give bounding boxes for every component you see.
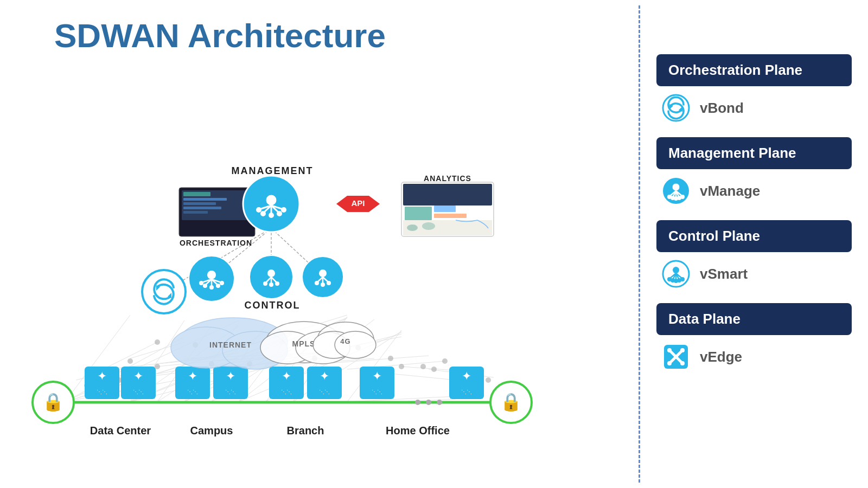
svg-point-161 <box>203 284 207 288</box>
svg-point-62 <box>420 364 426 369</box>
vbond-item: vBond <box>656 92 852 124</box>
vbond-label: vBond <box>700 100 744 117</box>
management-plane-header: Management Plane <box>656 137 852 169</box>
svg-text:⋱⋱: ⋱⋱ <box>225 389 236 395</box>
svg-point-172 <box>269 282 273 287</box>
vsmart-item: vSmart <box>656 258 852 290</box>
svg-text:Campus: Campus <box>190 425 233 436</box>
svg-text:INTERNET: INTERNET <box>209 341 252 349</box>
svg-text:✦: ✦ <box>226 369 235 383</box>
svg-text:✦: ✦ <box>372 369 382 383</box>
svg-text:✦: ✦ <box>282 369 291 383</box>
management-plane-section: Management Plane vManage <box>656 137 852 210</box>
svg-point-219 <box>667 361 672 365</box>
svg-point-182 <box>142 270 186 313</box>
svg-rect-133 <box>434 206 456 212</box>
svg-text:⋱⋱: ⋱⋱ <box>133 389 144 395</box>
svg-point-218 <box>680 348 685 352</box>
svg-point-180 <box>321 282 325 287</box>
svg-point-97 <box>437 400 442 405</box>
svg-text:4G: 4G <box>340 337 350 345</box>
vbond-icon <box>662 94 690 122</box>
svg-point-155 <box>207 271 216 279</box>
svg-point-153 <box>281 207 286 213</box>
svg-text:⋱⋱: ⋱⋱ <box>281 389 292 395</box>
svg-text:Data Center: Data Center <box>90 425 151 436</box>
svg-point-49 <box>127 358 133 364</box>
svg-point-164 <box>199 281 203 285</box>
page-title: SDWAN Architecture <box>54 16 617 55</box>
svg-point-63 <box>442 358 448 364</box>
vedge-item: vEdge <box>656 341 852 373</box>
vmanage-item: vManage <box>656 175 852 207</box>
svg-point-175 <box>319 269 327 277</box>
svg-text:⋱⋱: ⋱⋱ <box>187 389 198 395</box>
svg-text:✦: ✦ <box>188 369 197 383</box>
svg-point-220 <box>680 361 685 365</box>
svg-rect-124 <box>183 192 210 196</box>
data-plane-header: Data Plane <box>656 303 852 335</box>
svg-point-213 <box>680 277 685 281</box>
svg-text:MPLS: MPLS <box>292 339 316 348</box>
svg-text:⋱⋱: ⋱⋱ <box>97 389 107 395</box>
svg-text:CONTROL: CONTROL <box>245 300 301 311</box>
svg-text:✦: ✦ <box>320 369 329 383</box>
control-plane-section: Control Plane vSmart <box>656 220 852 293</box>
svg-point-50 <box>155 364 160 369</box>
svg-point-181 <box>327 281 331 285</box>
svg-rect-131 <box>403 184 492 206</box>
svg-point-61 <box>388 356 393 361</box>
svg-text:✦: ✦ <box>462 369 471 383</box>
svg-point-163 <box>216 284 220 288</box>
svg-point-162 <box>209 285 214 290</box>
svg-point-191 <box>672 183 680 191</box>
control-plane-header: Control Plane <box>656 220 852 252</box>
svg-point-173 <box>275 281 279 286</box>
right-panel: Orchestration Plane vBond Management Pla… <box>640 0 868 488</box>
svg-rect-134 <box>434 214 467 218</box>
svg-rect-127 <box>183 207 221 209</box>
svg-text:✦: ✦ <box>97 369 107 383</box>
data-plane-section: Data Plane vEdge <box>656 303 852 376</box>
svg-point-221 <box>674 355 678 359</box>
svg-text:⋱⋱: ⋱⋱ <box>319 389 330 395</box>
svg-point-171 <box>263 281 267 286</box>
svg-point-143 <box>266 195 277 206</box>
svg-point-65 <box>486 377 491 383</box>
svg-rect-132 <box>405 207 432 220</box>
svg-point-187 <box>663 95 689 121</box>
svg-text:⋱⋱: ⋱⋱ <box>372 389 382 395</box>
vedge-label: vEdge <box>700 349 742 365</box>
vedge-icon <box>662 343 690 371</box>
svg-point-165 <box>220 281 224 285</box>
vmanage-label: vManage <box>700 183 760 200</box>
svg-rect-125 <box>183 198 227 201</box>
diagram-area: 🔒 🔒 ✦ ⋱⋱ ✦ ⋱⋱ ✦ ⋱⋱ <box>22 66 521 467</box>
svg-point-136 <box>407 224 418 231</box>
svg-point-151 <box>277 211 282 216</box>
svg-point-95 <box>415 400 420 405</box>
svg-point-152 <box>256 207 261 213</box>
svg-point-217 <box>667 348 672 352</box>
vmanage-icon <box>662 177 690 205</box>
svg-point-55 <box>155 339 160 345</box>
svg-text:ORCHESTRATION: ORCHESTRATION <box>180 239 252 247</box>
svg-point-201 <box>680 195 685 199</box>
svg-text:Branch: Branch <box>287 425 324 436</box>
svg-text:⋱⋱: ⋱⋱ <box>461 389 472 395</box>
vsmart-icon <box>662 260 690 288</box>
orchestration-plane-header: Orchestration Plane <box>656 54 852 86</box>
svg-point-167 <box>267 269 275 277</box>
svg-point-67 <box>399 364 404 369</box>
svg-point-150 <box>269 213 274 218</box>
orchestration-plane-section: Orchestration Plane vBond <box>656 54 852 127</box>
svg-point-137 <box>422 222 435 230</box>
svg-point-179 <box>315 281 319 285</box>
svg-text:API: API <box>351 198 365 208</box>
vsmart-label: vSmart <box>700 266 748 282</box>
svg-text:✦: ✦ <box>133 369 143 383</box>
svg-text:Home Office: Home Office <box>386 425 450 436</box>
svg-text:🔒: 🔒 <box>42 391 64 412</box>
svg-point-149 <box>260 211 266 216</box>
svg-text:ANALYTICS: ANALYTICS <box>424 174 471 183</box>
